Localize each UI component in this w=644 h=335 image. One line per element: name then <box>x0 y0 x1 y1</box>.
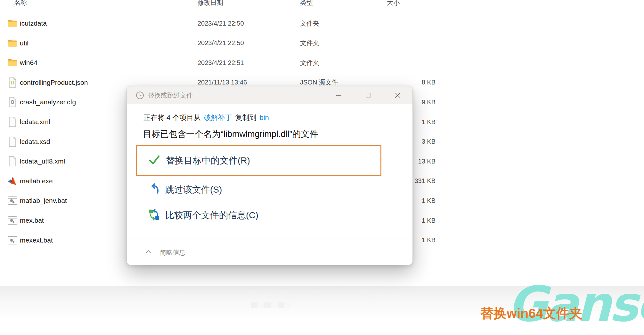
folder-icon <box>7 33 18 53</box>
compare-option-label: 比较两个文件的信息(C) <box>165 209 258 221</box>
file-date: 2023/4/21 22:51 <box>198 53 244 73</box>
file-name: lcdata_utf8.xml <box>20 151 65 171</box>
file-size <box>368 13 436 33</box>
dialog-titlebar: 替换或跳过文件 <box>127 86 412 104</box>
column-separator <box>195 0 195 9</box>
file-date: 2023/4/21 22:50 <box>198 13 244 33</box>
cfg-file-icon <box>7 92 18 112</box>
details-toggle[interactable]: 简略信息 <box>145 245 185 260</box>
bat-file-icon <box>7 211 18 230</box>
file-name: matlab_jenv.bat <box>20 191 67 211</box>
file-name: matlab.exe <box>20 171 53 191</box>
minimize-icon[interactable] <box>333 91 344 100</box>
bat-file-icon <box>7 191 18 211</box>
column-header-name[interactable]: 名称 <box>14 0 27 7</box>
svg-text:{}: {} <box>10 81 14 85</box>
file-name: lcdata.xsd <box>20 132 50 152</box>
check-icon <box>149 155 160 167</box>
doc-file-icon <box>7 132 18 152</box>
conflict-heading: 目标已包含一个名为“libmwlmgrimpl.dll”的文件 <box>143 128 318 140</box>
matlab-icon <box>7 171 18 191</box>
file-type: 文件夹 <box>300 53 319 73</box>
dialog-title: 替换或跳过文件 <box>148 91 193 100</box>
file-name: mex.bat <box>20 211 44 230</box>
copy-prefix: 正在将 4 个项目从 <box>143 113 200 123</box>
json-file-icon: {} <box>7 73 18 92</box>
skip-option-label: 跳过该文件(S) <box>165 184 222 196</box>
file-name: mexext.bat <box>20 230 53 250</box>
folder-icon <box>7 53 18 73</box>
copy-status-line: 正在将 4 个项目从 破解补丁 复制到 bin <box>143 113 272 123</box>
replace-option-button[interactable]: 替换目标中的文件(R) <box>136 145 381 176</box>
replace-option-label: 替换目标中的文件(R) <box>166 155 250 167</box>
doc-file-icon <box>7 112 18 132</box>
file-type: 文件夹 <box>300 33 319 53</box>
doc-file-icon <box>7 151 18 171</box>
table-row[interactable]: win642023/4/21 22:51文件夹 <box>0 53 442 73</box>
compare-files-icon <box>148 209 160 222</box>
compare-option-button[interactable]: 比较两个文件的信息(C) <box>148 208 258 223</box>
file-type: 文件夹 <box>300 13 319 33</box>
replace-skip-dialog: 替换或跳过文件 正在将 4 个项目从 破解补丁 复制到 bin 目标已包含一个名… <box>126 86 413 265</box>
file-name: lcdata.xml <box>20 112 50 132</box>
column-header-date[interactable]: 修改日期 <box>198 0 223 7</box>
column-header-size[interactable]: 大小 <box>387 0 400 7</box>
skip-option-button[interactable]: 跳过该文件(S) <box>149 182 222 197</box>
bat-file-icon <box>7 230 18 250</box>
details-toggle-label: 简略信息 <box>160 248 185 257</box>
table-row[interactable]: icutzdata2023/4/21 22:50文件夹 <box>0 13 442 33</box>
column-separator <box>441 0 441 9</box>
file-date: 2023/4/21 22:50 <box>198 33 244 53</box>
faint-checker-strip <box>251 302 291 308</box>
dialog-separator <box>127 238 412 238</box>
file-size <box>368 53 436 73</box>
copy-middle: 复制到 <box>235 113 256 123</box>
file-name: icutzdata <box>20 13 47 33</box>
table-row[interactable]: util2023/4/21 22:50文件夹 <box>0 33 442 53</box>
file-size <box>368 33 436 53</box>
skip-arrow-icon <box>149 183 160 196</box>
chevron-up-icon <box>145 250 151 255</box>
folder-icon <box>7 13 18 33</box>
maximize-icon[interactable] <box>363 91 374 100</box>
file-name: crash_analyzer.cfg <box>20 92 76 112</box>
column-separator <box>295 0 295 9</box>
file-name: controllingProduct.json <box>20 73 88 92</box>
destination-folder-link[interactable]: bin <box>259 114 269 122</box>
column-separator <box>383 0 383 9</box>
clock-icon <box>136 91 144 100</box>
file-name: win64 <box>20 53 37 73</box>
watermark-text: Ganser <box>508 276 644 332</box>
file-name: util <box>20 33 29 53</box>
close-icon[interactable] <box>392 91 403 100</box>
caption-text: 替换win64文件夹 <box>480 305 583 322</box>
column-header-type[interactable]: 类型 <box>300 0 313 7</box>
source-folder-link[interactable]: 破解补丁 <box>204 113 232 123</box>
